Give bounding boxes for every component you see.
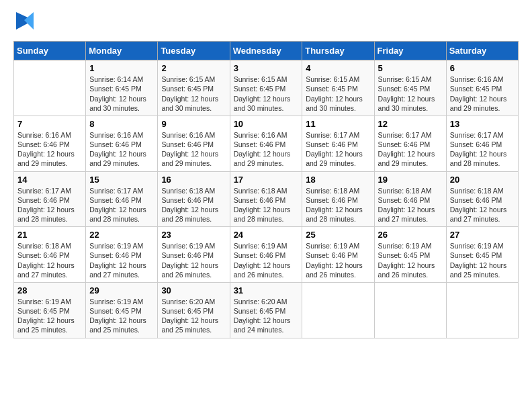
day-number: 20: [450, 175, 515, 185]
day-number: 18: [306, 175, 370, 185]
cell-content: Sunrise: 6:16 AM Sunset: 6:46 PM Dayligh…: [234, 130, 299, 169]
cell-content: Sunrise: 6:17 AM Sunset: 6:46 PM Dayligh…: [450, 130, 515, 169]
week-row-3: 14Sunrise: 6:17 AM Sunset: 6:46 PM Dayli…: [14, 171, 519, 227]
cell-content: Sunrise: 6:18 AM Sunset: 6:46 PM Dayligh…: [450, 186, 515, 224]
day-number: 26: [378, 230, 443, 240]
logo-icon: [15, 11, 35, 31]
calendar-cell: 10Sunrise: 6:16 AM Sunset: 6:46 PM Dayli…: [230, 116, 302, 171]
header-day-tuesday: Tuesday: [158, 42, 230, 60]
day-number: 30: [161, 285, 226, 295]
day-number: 22: [89, 230, 154, 240]
calendar-cell: 18Sunrise: 6:18 AM Sunset: 6:46 PM Dayli…: [302, 171, 374, 227]
cell-content: Sunrise: 6:20 AM Sunset: 6:45 PM Dayligh…: [161, 297, 226, 335]
cell-content: Sunrise: 6:18 AM Sunset: 6:46 PM Dayligh…: [306, 186, 370, 224]
header-day-sunday: Sunday: [14, 42, 86, 60]
calendar-cell: 14Sunrise: 6:17 AM Sunset: 6:46 PM Dayli…: [14, 171, 86, 227]
calendar-cell: 29Sunrise: 6:19 AM Sunset: 6:45 PM Dayli…: [86, 282, 158, 338]
day-number: 13: [450, 119, 515, 129]
calendar-cell: 15Sunrise: 6:17 AM Sunset: 6:46 PM Dayli…: [86, 171, 158, 227]
day-number: 23: [161, 230, 226, 240]
cell-content: Sunrise: 6:20 AM Sunset: 6:45 PM Dayligh…: [234, 297, 299, 335]
header-day-friday: Friday: [374, 42, 446, 60]
calendar-cell: 28Sunrise: 6:19 AM Sunset: 6:45 PM Dayli…: [14, 282, 86, 338]
calendar-cell: 27Sunrise: 6:19 AM Sunset: 6:45 PM Dayli…: [446, 227, 518, 283]
cell-content: Sunrise: 6:19 AM Sunset: 6:46 PM Dayligh…: [161, 241, 226, 279]
day-number: 5: [378, 63, 443, 73]
cell-content: Sunrise: 6:19 AM Sunset: 6:46 PM Dayligh…: [234, 241, 299, 279]
cell-content: Sunrise: 6:18 AM Sunset: 6:46 PM Dayligh…: [161, 186, 226, 224]
cell-content: Sunrise: 6:17 AM Sunset: 6:46 PM Dayligh…: [17, 186, 82, 224]
day-number: 9: [161, 119, 226, 129]
calendar-cell: 9Sunrise: 6:16 AM Sunset: 6:46 PM Daylig…: [158, 116, 230, 171]
cell-content: Sunrise: 6:14 AM Sunset: 6:45 PM Dayligh…: [89, 75, 154, 113]
calendar-cell: 11Sunrise: 6:17 AM Sunset: 6:46 PM Dayli…: [302, 116, 374, 171]
day-number: 1: [89, 63, 154, 73]
calendar-cell: [302, 282, 374, 338]
day-number: 7: [17, 119, 82, 129]
calendar-cell: 19Sunrise: 6:18 AM Sunset: 6:46 PM Dayli…: [374, 171, 446, 227]
calendar-cell: 1Sunrise: 6:14 AM Sunset: 6:45 PM Daylig…: [86, 60, 158, 116]
calendar-cell: 6Sunrise: 6:16 AM Sunset: 6:45 PM Daylig…: [446, 60, 518, 116]
cell-content: Sunrise: 6:15 AM Sunset: 6:45 PM Dayligh…: [161, 75, 226, 113]
header-day-thursday: Thursday: [302, 42, 374, 60]
day-number: 27: [450, 230, 515, 240]
calendar-cell: 31Sunrise: 6:20 AM Sunset: 6:45 PM Dayli…: [230, 282, 302, 338]
day-number: 4: [306, 63, 370, 73]
day-number: 8: [89, 119, 154, 129]
calendar-cell: 21Sunrise: 6:18 AM Sunset: 6:46 PM Dayli…: [14, 227, 86, 283]
page-header: [13, 13, 519, 34]
day-number: 2: [161, 63, 226, 73]
calendar-cell: 22Sunrise: 6:19 AM Sunset: 6:46 PM Dayli…: [86, 227, 158, 283]
header-row: SundayMondayTuesdayWednesdayThursdayFrid…: [14, 42, 519, 60]
calendar-cell: 23Sunrise: 6:19 AM Sunset: 6:46 PM Dayli…: [158, 227, 230, 283]
calendar-table: SundayMondayTuesdayWednesdayThursdayFrid…: [13, 41, 519, 338]
day-number: 19: [378, 175, 443, 185]
day-number: 25: [306, 230, 370, 240]
cell-content: Sunrise: 6:15 AM Sunset: 6:45 PM Dayligh…: [378, 75, 443, 113]
calendar-cell: 24Sunrise: 6:19 AM Sunset: 6:46 PM Dayli…: [230, 227, 302, 283]
cell-content: Sunrise: 6:16 AM Sunset: 6:46 PM Dayligh…: [161, 130, 226, 169]
header-day-saturday: Saturday: [446, 42, 518, 60]
cell-content: Sunrise: 6:19 AM Sunset: 6:45 PM Dayligh…: [450, 241, 515, 279]
cell-content: Sunrise: 6:18 AM Sunset: 6:46 PM Dayligh…: [234, 186, 299, 224]
calendar-cell: 30Sunrise: 6:20 AM Sunset: 6:45 PM Dayli…: [158, 282, 230, 338]
calendar-cell: 4Sunrise: 6:15 AM Sunset: 6:45 PM Daylig…: [302, 60, 374, 116]
calendar-cell: 16Sunrise: 6:18 AM Sunset: 6:46 PM Dayli…: [158, 171, 230, 227]
calendar-cell: [446, 282, 518, 338]
calendar-cell: [374, 282, 446, 338]
day-number: 29: [89, 285, 154, 295]
cell-content: Sunrise: 6:18 AM Sunset: 6:46 PM Dayligh…: [378, 186, 443, 224]
cell-content: Sunrise: 6:17 AM Sunset: 6:46 PM Dayligh…: [306, 130, 370, 169]
day-number: 17: [234, 175, 299, 185]
week-row-2: 7Sunrise: 6:16 AM Sunset: 6:46 PM Daylig…: [14, 116, 519, 171]
cell-content: Sunrise: 6:17 AM Sunset: 6:46 PM Dayligh…: [89, 186, 154, 224]
day-number: 28: [17, 285, 82, 295]
calendar-cell: 5Sunrise: 6:15 AM Sunset: 6:45 PM Daylig…: [374, 60, 446, 116]
week-row-1: 1Sunrise: 6:14 AM Sunset: 6:45 PM Daylig…: [14, 60, 519, 116]
cell-content: Sunrise: 6:19 AM Sunset: 6:45 PM Dayligh…: [89, 297, 154, 335]
day-number: 11: [306, 119, 370, 129]
day-number: 16: [161, 175, 226, 185]
day-number: 31: [234, 285, 299, 295]
cell-content: Sunrise: 6:19 AM Sunset: 6:46 PM Dayligh…: [306, 241, 370, 279]
calendar-cell: [14, 60, 86, 116]
cell-content: Sunrise: 6:19 AM Sunset: 6:46 PM Dayligh…: [89, 241, 154, 279]
cell-content: Sunrise: 6:16 AM Sunset: 6:45 PM Dayligh…: [450, 75, 515, 113]
cell-content: Sunrise: 6:18 AM Sunset: 6:46 PM Dayligh…: [17, 241, 82, 279]
day-number: 10: [234, 119, 299, 129]
cell-content: Sunrise: 6:19 AM Sunset: 6:45 PM Dayligh…: [17, 297, 82, 335]
day-number: 6: [450, 63, 515, 73]
day-number: 12: [378, 119, 443, 129]
calendar-cell: 20Sunrise: 6:18 AM Sunset: 6:46 PM Dayli…: [446, 171, 518, 227]
svg-marker-1: [24, 12, 34, 30]
calendar-cell: 7Sunrise: 6:16 AM Sunset: 6:46 PM Daylig…: [14, 116, 86, 171]
calendar-cell: 8Sunrise: 6:16 AM Sunset: 6:46 PM Daylig…: [86, 116, 158, 171]
header-day-monday: Monday: [86, 42, 158, 60]
calendar-cell: 17Sunrise: 6:18 AM Sunset: 6:46 PM Dayli…: [230, 171, 302, 227]
cell-content: Sunrise: 6:15 AM Sunset: 6:45 PM Dayligh…: [234, 75, 299, 113]
week-row-4: 21Sunrise: 6:18 AM Sunset: 6:46 PM Dayli…: [14, 227, 519, 283]
day-number: 3: [234, 63, 299, 73]
day-number: 24: [234, 230, 299, 240]
calendar-cell: 2Sunrise: 6:15 AM Sunset: 6:45 PM Daylig…: [158, 60, 230, 116]
calendar-cell: 25Sunrise: 6:19 AM Sunset: 6:46 PM Dayli…: [302, 227, 374, 283]
